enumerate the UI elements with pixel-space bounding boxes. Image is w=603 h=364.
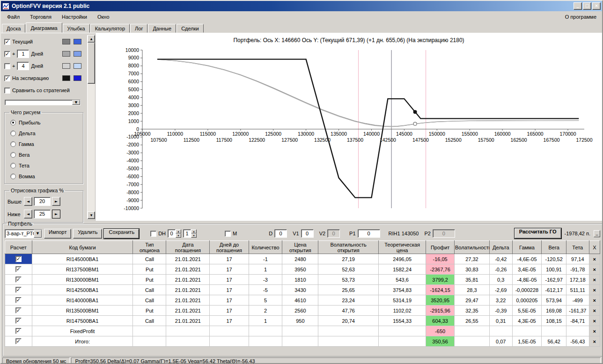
below-value-input[interactable]: 25: [34, 210, 51, 218]
color-swatch[interactable]: [74, 39, 81, 44]
row-delete-button[interactable]: ×: [589, 264, 600, 275]
spin-down-icon[interactable]: ▼: [191, 233, 197, 238]
maximize-button[interactable]: □: [583, 2, 591, 10]
checkbox[interactable]: ✓: [15, 256, 22, 262]
days-input[interactable]: 1: [17, 50, 29, 58]
preset-select[interactable]: 3-вар-т_РТС ▼: [5, 229, 42, 238]
above-value-input[interactable]: 20: [34, 197, 51, 206]
row-calc-checkbox-cell[interactable]: ✓: [5, 285, 32, 295]
checkbox[interactable]: ✓: [15, 287, 22, 293]
checkbox[interactable]: ✓: [4, 51, 10, 57]
radio-option-Вомма[interactable]: Вомма: [7, 171, 83, 182]
color-swatch[interactable]: [62, 39, 70, 44]
column-header[interactable]: Ценаоткрытия: [282, 241, 318, 254]
import-button[interactable]: Импорт: [44, 229, 71, 239]
scrollbar-track[interactable]: [88, 84, 95, 211]
column-header[interactable]: Типопциона: [133, 241, 166, 254]
menu-item-Настройки[interactable]: Настройки: [57, 12, 92, 22]
tab-Калькулятор[interactable]: Калькулятор: [90, 24, 130, 33]
row-delete-button[interactable]: ×: [589, 285, 600, 295]
above-decrease-button[interactable]: ◄: [24, 197, 32, 206]
delete-button[interactable]: Удалить: [73, 229, 102, 239]
column-header[interactable]: Датапогашения: [166, 241, 210, 254]
dh-spinner-2-value[interactable]: 1: [183, 229, 191, 238]
checkbox[interactable]: ✓: [4, 75, 10, 81]
chevron-down-icon[interactable]: ▼: [34, 230, 42, 238]
chevron-down-icon[interactable]: ▼: [72, 100, 80, 105]
left-panel-scrollbar[interactable]: ▲ ▼: [87, 35, 95, 219]
scroll-down-icon[interactable]: ▼: [88, 211, 95, 219]
row-calc-checkbox-cell[interactable]: ✓: [5, 295, 32, 306]
below-increase-button[interactable]: ►: [52, 210, 60, 218]
column-header[interactable]: Тета: [566, 241, 589, 254]
minimize-button[interactable]: _: [574, 2, 582, 10]
radio-option-Гамма[interactable]: Гамма: [7, 138, 83, 149]
checkbox[interactable]: ✓: [15, 307, 22, 313]
radio-option-Тета[interactable]: Тета: [7, 160, 83, 171]
checkbox[interactable]: ✓: [15, 328, 22, 334]
menu-about[interactable]: О программе: [560, 12, 601, 22]
dh-checkbox[interactable]: [150, 231, 156, 237]
color-swatch[interactable]: [74, 51, 81, 57]
checkbox[interactable]: ✓: [15, 277, 22, 283]
row-calc-checkbox-cell[interactable]: ✓: [5, 336, 32, 347]
row-calc-checkbox-cell[interactable]: ✓: [5, 275, 32, 285]
column-header[interactable]: Дельта: [489, 241, 512, 254]
tab-Данные[interactable]: Данные: [148, 24, 176, 33]
scrollbar-thumb[interactable]: [88, 43, 95, 84]
color-swatch[interactable]: [74, 63, 81, 69]
dh-spinner-1[interactable]: 0 ▲▼: [168, 229, 181, 238]
spin-up-icon[interactable]: ▲: [191, 229, 197, 233]
tab-Улыбка[interactable]: Улыбка: [63, 24, 90, 33]
row-delete-button[interactable]: ×: [589, 306, 600, 316]
spin-down-icon[interactable]: ▼: [176, 233, 181, 238]
checkbox[interactable]: [4, 87, 10, 94]
checkbox[interactable]: ✓: [15, 297, 22, 303]
collapse-button[interactable]: _: [594, 230, 600, 237]
row-delete-button[interactable]: ×: [589, 254, 600, 264]
calc-go-button[interactable]: Рассчитать ГО: [515, 228, 561, 239]
radio-option-Прибыль[interactable]: Прибыль: [7, 117, 83, 128]
tab-Доска[interactable]: Доска: [2, 24, 25, 33]
profit-chart[interactable]: -10000-9000-8000-7000-6000-5000-4000-300…: [96, 45, 602, 220]
d-field[interactable]: 0: [274, 229, 287, 238]
tab-Лог[interactable]: Лог: [130, 24, 147, 33]
row-delete-button[interactable]: ×: [589, 316, 600, 326]
menu-item-Окно[interactable]: Окно: [92, 12, 115, 22]
checkbox[interactable]: ✓: [15, 338, 22, 344]
v1-field[interactable]: 0: [301, 229, 314, 238]
spin-up-icon[interactable]: ▲: [176, 229, 181, 233]
row-delete-button[interactable]: ×: [589, 336, 600, 347]
save-button[interactable]: Сохранить: [104, 229, 139, 239]
dh-spinner-2-arrows[interactable]: ▲▼: [191, 229, 197, 238]
color-swatch[interactable]: [74, 75, 81, 81]
menu-item-Файл[interactable]: Файл: [2, 12, 25, 22]
column-header[interactable]: Расчет: [5, 241, 32, 254]
below-decrease-button[interactable]: ◄: [24, 210, 32, 218]
checkbox[interactable]: ✓: [15, 318, 22, 324]
column-header[interactable]: Теоретическаяцена: [378, 241, 426, 254]
column-header[interactable]: Волатильностьоткрытия: [318, 241, 379, 254]
above-increase-button[interactable]: ►: [52, 197, 60, 206]
color-swatch[interactable]: [62, 51, 70, 57]
row-calc-checkbox-cell[interactable]: ✓: [5, 264, 32, 275]
tab-Диаграмма[interactable]: Диаграмма: [26, 22, 62, 33]
color-swatch[interactable]: [62, 63, 70, 69]
strategy-select[interactable]: ▼: [5, 100, 81, 105]
column-header[interactable]: Профит: [426, 241, 455, 254]
row-calc-checkbox-cell[interactable]: ✓: [5, 306, 32, 316]
row-calc-checkbox-cell[interactable]: ✓: [5, 316, 32, 326]
m-checkbox[interactable]: [225, 231, 231, 237]
dh-spinner-2[interactable]: 1 ▲▼: [183, 229, 197, 238]
dh-spinner-1-value[interactable]: 0: [168, 229, 176, 238]
scroll-up-icon[interactable]: ▲: [88, 35, 95, 43]
menu-item-Торговля[interactable]: Торговля: [25, 12, 57, 22]
column-header[interactable]: Вега: [542, 241, 566, 254]
row-calc-checkbox-cell[interactable]: ✓: [5, 326, 32, 336]
column-header[interactable]: Волатильность: [455, 241, 490, 254]
p1-field[interactable]: 0: [358, 229, 380, 238]
column-header[interactable]: Количество: [249, 241, 282, 254]
checkbox[interactable]: ✓: [4, 39, 10, 45]
row-delete-button[interactable]: ×: [589, 326, 600, 336]
radio-option-Вега[interactable]: Вега: [7, 149, 83, 160]
